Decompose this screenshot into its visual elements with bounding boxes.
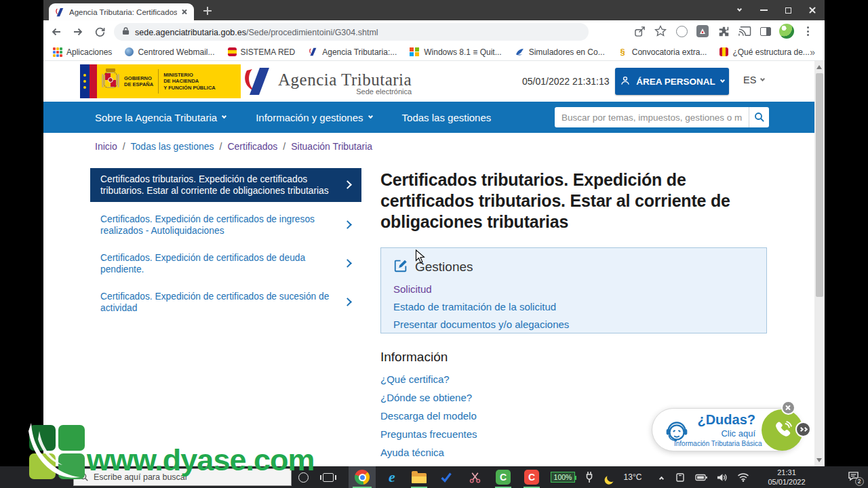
browser-menu-icon[interactable] xyxy=(800,24,815,39)
bookmark-windows81[interactable]: Windows 8.1 ≡ Quit... xyxy=(410,47,501,57)
bookmarks-overflow-icon[interactable]: » xyxy=(810,47,815,58)
windows-favicon xyxy=(410,47,420,56)
sidebar-item-ingresos-realizados[interactable]: Certificados. Expedición de certificados… xyxy=(90,209,361,241)
area-personal-button[interactable]: ÁREA PERSONAL xyxy=(615,68,729,95)
scroll-down-icon[interactable] xyxy=(816,458,822,462)
informacion-title: Información xyxy=(380,350,774,365)
extensions-puzzle-icon[interactable] xyxy=(716,24,731,39)
bookmark-convocatoria[interactable]: § Convocatoria extra... xyxy=(618,47,707,57)
aeat-favicon xyxy=(308,47,318,57)
bookmark-label: Aplicaciones xyxy=(66,47,112,57)
sidebar-item-sucesion-actividad[interactable]: Certificados. Expedición de certificados… xyxy=(90,287,361,318)
wifi-icon[interactable] xyxy=(734,466,753,488)
bookmark-label: Convocatoria extra... xyxy=(632,47,707,57)
pdf-extension-icon[interactable] xyxy=(695,24,710,39)
scrollbar-thumb[interactable] xyxy=(816,73,823,297)
header-datetime: 05/01/2022 21:31:13 xyxy=(522,76,609,87)
camtasia-icon[interactable]: C xyxy=(491,466,515,488)
link-donde-se-obtiene[interactable]: ¿Dónde se obtiene? xyxy=(380,392,774,403)
taskbar-clock[interactable]: 21:31 05/01/2022 xyxy=(757,466,816,488)
bookmark-sistema-red[interactable]: SISTEMA RED xyxy=(228,47,296,57)
breadcrumb: Inicio / Todas las gestiones / Certifica… xyxy=(95,141,372,152)
breadcrumb-certificados[interactable]: Certificados xyxy=(227,141,277,152)
chrome-taskbar-icon[interactable] xyxy=(349,466,376,488)
webmail-favicon xyxy=(125,47,134,56)
device-sync-icon[interactable] xyxy=(671,466,689,488)
chevron-right-icon xyxy=(343,220,352,229)
breadcrumb-situacion-tributaria[interactable]: Situación Tributaria xyxy=(291,141,372,152)
breadcrumb-todas-gestiones[interactable]: Todas las gestiones xyxy=(131,141,214,152)
side-panel-icon[interactable] xyxy=(758,24,773,39)
site-search-input[interactable] xyxy=(555,107,749,127)
tray-overflow-chevron[interactable] xyxy=(652,466,670,488)
browser-tab[interactable]: Agencia Tributaria: Certificados t xyxy=(49,3,194,20)
bookmark-apps[interactable]: Aplicaciones xyxy=(53,47,112,57)
snipping-tool-icon[interactable] xyxy=(462,466,487,488)
clock-time: 21:31 xyxy=(768,468,805,477)
task-view-button[interactable] xyxy=(317,466,339,488)
forward-button[interactable] xyxy=(69,23,87,41)
breadcrumb-inicio[interactable]: Inicio xyxy=(95,141,117,152)
nav-informacion-gestiones[interactable]: Información y gestiones xyxy=(256,112,372,123)
chat-title: ¿Dudas? xyxy=(674,412,755,428)
link-estado-tramitacion[interactable]: Estado de tramitación de la solicitud xyxy=(393,301,754,312)
weather-moon-icon[interactable] xyxy=(602,466,620,488)
internet-explorer-icon[interactable]: e xyxy=(380,466,404,488)
bookmark-star-icon[interactable] xyxy=(653,24,668,39)
link-que-certifica[interactable]: ¿Qué certifica? xyxy=(380,373,774,385)
screen: Agencia Tributaria: Certificados t xyxy=(0,0,868,488)
taskbar-search[interactable]: Escribe aquí para buscar xyxy=(73,468,292,486)
site-search-button[interactable] xyxy=(749,107,769,127)
sidebar-item-deuda-pendiente[interactable]: Certificados. Expedición de certificados… xyxy=(90,248,361,279)
checkmark-app-icon[interactable] xyxy=(434,466,458,488)
scroll-up-icon[interactable] xyxy=(816,65,822,69)
minimize-button[interactable] xyxy=(751,0,776,20)
battery-percent-indicator[interactable]: 100% xyxy=(547,466,579,488)
aeat-logo[interactable]: Agencia Tributaria Sede electrónica xyxy=(241,66,412,99)
bookmark-agencia-tributaria[interactable]: Agencia Tributaria:... xyxy=(308,47,397,57)
new-tab-button[interactable] xyxy=(202,5,213,16)
file-explorer-icon[interactable] xyxy=(407,466,431,488)
back-button[interactable] xyxy=(47,23,65,41)
share-icon[interactable] xyxy=(632,24,647,39)
cast-icon[interactable] xyxy=(737,24,752,39)
temperature-indicator[interactable]: 13°C xyxy=(620,466,646,488)
page-title: Certificados tributarios. Expedición de … xyxy=(380,169,774,232)
window-chevron-icon[interactable] xyxy=(727,0,751,20)
close-button[interactable] xyxy=(800,0,825,20)
apps-grid-icon xyxy=(53,47,62,57)
restore-button[interactable] xyxy=(776,0,800,20)
chevron-right-icon xyxy=(343,298,352,306)
url-domain: sede.agenciatributaria.gob.es xyxy=(135,28,246,37)
chat-expand-icon[interactable] xyxy=(795,422,811,437)
bookmark-simuladores[interactable]: Simuladores en Co... xyxy=(515,47,605,57)
simuladores-favicon xyxy=(515,47,525,57)
gobierno-text: GOBIERNO DE ESPAÑA xyxy=(124,75,153,88)
bookmark-que-estructura[interactable]: ¿Qué estructura de... xyxy=(719,47,809,57)
chat-cta[interactable]: Clic aquí xyxy=(674,428,755,439)
link-solicitud[interactable]: Solicitud xyxy=(393,283,754,295)
battery-tray-icon[interactable] xyxy=(692,466,711,488)
language-selector[interactable]: ES xyxy=(743,75,764,85)
notification-center-icon[interactable]: 2 xyxy=(841,466,865,488)
reload-button[interactable] xyxy=(91,23,108,41)
usb-plug-icon[interactable] xyxy=(580,466,598,488)
camtasia-recorder-icon[interactable]: C xyxy=(519,466,544,488)
link-presentar-documentos[interactable]: Presentar documentos y/o alegaciones xyxy=(393,319,754,330)
chat-close-icon[interactable] xyxy=(781,401,795,415)
sidebar-item-certificados-tributarios[interactable]: Certificados tributarios. Expedición de … xyxy=(90,168,361,202)
url-bar[interactable]: sede.agenciatributaria.gob.es/Sede/proce… xyxy=(114,23,589,41)
chevron-right-icon xyxy=(343,180,352,189)
ministerio-text: MINISTERIO DE HACIENDA Y FUNCIÓN PÚBLICA xyxy=(163,72,216,91)
nav-sobre-agencia[interactable]: Sobre la Agencia Tributaria xyxy=(95,112,226,123)
cortana-button[interactable] xyxy=(293,466,313,488)
profile-avatar[interactable] xyxy=(779,24,794,39)
nav-todas-gestiones[interactable]: Todas las gestiones xyxy=(402,112,492,123)
convocatoria-favicon: § xyxy=(618,47,628,57)
profile-circle-icon[interactable] xyxy=(674,24,689,39)
tab-close-icon[interactable] xyxy=(182,9,189,16)
bookmark-centrored[interactable]: Centrored Webmail... xyxy=(125,47,214,57)
chat-widget[interactable]: ¿Dudas? Clic aquí Información Tributaria… xyxy=(652,408,801,451)
volume-icon[interactable] xyxy=(712,466,731,488)
page-scrollbar[interactable] xyxy=(814,61,825,466)
